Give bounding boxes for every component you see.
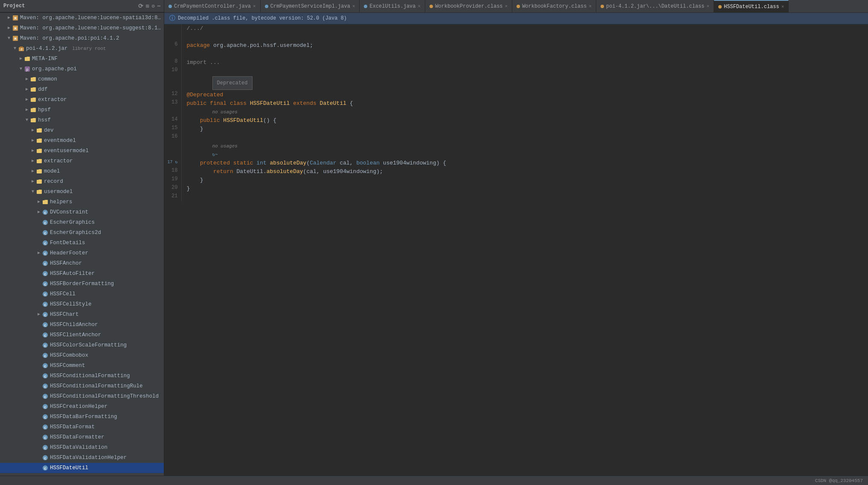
tree-item-hssfcreationhelper[interactable]: CHSSFCreationHelper [0,401,164,412]
tree-item-hssfclientanchor[interactable]: CHSSFClientAnchor [0,330,164,340]
tree-arrow-extractor[interactable]: ▶ [24,95,30,104]
tree-item-hssfcolorscaleformatting[interactable]: CHSSFColorScaleFormatting [0,340,164,350]
tree-item-fontdetails[interactable]: CFontDetails [0,238,164,248]
tree-item-eventmodel[interactable]: ▶eventmodel [0,136,164,146]
tree-arrow-lucene-suggest[interactable]: ▶ [6,24,12,32]
tree-item-hssfdatavalidation[interactable]: CHSSFDataValidation [0,442,164,453]
tree-item-eschergraphics[interactable]: CEscherGraphics [0,217,164,228]
tree-item-hssfdataformat[interactable]: CHSSFDataFormat [0,422,164,432]
tab-poi-date-util[interactable]: poi-4.1.2.jar\...\DateUtil.class× [596,0,714,12]
tree-icon-dev [36,127,43,134]
tree-arrow-lucene-spatial[interactable]: ▶ [6,14,12,22]
tree-item-hssfdateutil[interactable]: CHSSFDateUtil [0,463,164,473]
tree-item-hssfconditionalformattingthreshold[interactable]: CHSSFConditionalFormattingThreshold [0,391,164,401]
tree-item-lucene-suggest[interactable]: ▶MMaven: org.apache.lucene:lucene-sugges… [0,23,164,33]
code-row: 14 public HSSFDateUtil() { [164,116,868,125]
tree-label-model: model [44,167,164,176]
tree-item-hssfborderformatting[interactable]: CHSSFBorderFormatting [0,279,164,289]
tree-item-extractor2[interactable]: ▶extractor [0,156,164,166]
tree-item-hssfconditionalformatting[interactable]: CHSSFConditionalFormatting [0,371,164,381]
code-editor[interactable]: /.../6package org.apache.poi.hssf.usermo… [164,24,868,476]
tree-item-poi-jar[interactable]: ▼Jpoi-4.1.2.jar library root [0,43,164,54]
code-line-content: package org.apache.poi.hssf.usermodel; [181,41,868,50]
tree-item-org-apache-poi[interactable]: ▼porg.apache.poi [0,64,164,74]
tab-excel-utils[interactable]: ExcelUtils.java× [360,0,425,12]
tree-arrow-org-apache-poi[interactable]: ▼ [18,65,24,73]
tree-item-hssfdatabarformatting[interactable]: CHSSFDataBarFormatting [0,412,164,422]
tree-arrow-headerfooter[interactable]: ▶ [36,249,42,257]
tree-arrow-helpers[interactable]: ▶ [36,198,42,206]
svg-text:C: C [44,436,46,440]
tree-item-dvconstraint[interactable]: ▶CDVConstraint [0,207,164,217]
code-line-content: no usages [181,108,868,116]
tree-arrow-poi-group[interactable]: ▼ [6,34,12,43]
tree-item-hpsf[interactable]: ▶hpsf [0,105,164,115]
tree-arrow-dvconstraint[interactable]: ▶ [36,208,42,217]
tree-item-hssfcellstyle[interactable]: CHSSFCellStyle [0,299,164,309]
expand-icon[interactable]: ⊞ [146,3,149,9]
tree-item-hssfcombobox[interactable]: CHSSFCombobox [0,350,164,361]
tree-item-common[interactable]: ▶common [0,74,164,84]
tab-workbook-provider[interactable]: WorkbookProvider.class× [425,0,512,12]
tree-item-dev[interactable]: ▶dev [0,125,164,136]
svg-text:C: C [44,385,46,389]
tree-arrow-ddf[interactable]: ▶ [24,85,30,94]
tree-item-headerfooter[interactable]: ▶CHeaderFooter [0,248,164,258]
tab-close-hssf-date-util[interactable]: × [781,4,784,9]
tree-item-hssfcomment[interactable]: CHSSFComment [0,361,164,371]
tree-arrow-hssfchart[interactable]: ▶ [36,310,42,319]
line-number: 8 [164,58,181,67]
tree-item-hssfdatavalidationhelper[interactable]: CHSSFDataValidationHelper [0,453,164,463]
tree-item-hssfanchor[interactable]: CHSSFAnchor [0,258,164,268]
tree-arrow-eventusermodel[interactable]: ▶ [30,147,36,155]
tab-close-crm-payment-controller[interactable]: × [253,4,256,9]
tree-label-common: common [38,75,164,84]
tree-item-ddf[interactable]: ▶ddf [0,84,164,95]
tree-icon-hssfdatabarformatting: C [42,413,49,420]
tree-arrow-hssf[interactable]: ▼ [24,116,30,124]
tree-label-hssfconditionalformatting: HSSFConditionalFormatting [50,372,164,380]
more-icon[interactable]: ⋯ [157,3,160,9]
tree-item-record[interactable]: ▶record [0,176,164,187]
sync-icon[interactable]: ⟳ [138,3,143,10]
tab-close-poi-date-util[interactable]: × [706,4,709,9]
tree-arrow-record[interactable]: ▶ [30,177,36,186]
tree-item-usermodel[interactable]: ▼usermodel [0,187,164,197]
svg-text:M: M [14,37,16,41]
tree-item-model[interactable]: ▶model [0,166,164,176]
tree-arrow-hpsf[interactable]: ▶ [24,106,30,114]
tab-close-crm-payment-service-impl[interactable]: × [352,4,355,9]
tab-close-excel-utils[interactable]: × [418,4,421,9]
tree-item-hssfautofilter[interactable]: CHSSFAutoFilter [0,268,164,279]
tree-item-poi-group[interactable]: ▼MMaven: org.apache.poi:poi:4.1.2 [0,33,164,43]
settings-icon[interactable]: ⚙ [152,3,155,9]
tree-label-dvconstraint: DVConstraint [50,208,164,217]
tree-item-hssfconditionalformattingrule[interactable]: CHSSFConditionalFormattingRule [0,381,164,391]
tree-arrow-model[interactable]: ▶ [30,167,36,176]
tree-item-hssfdataformatter[interactable]: CHSSFDataFormatter [0,432,164,442]
tree-item-hssfchart[interactable]: ▶CHSSFChart [0,309,164,320]
svg-text:C: C [44,354,46,358]
tree-item-lucene-spatial[interactable]: ▶MMaven: org.apache.lucene:lucene-spatia… [0,13,164,23]
tree-item-eschergraphics2d[interactable]: CEscherGraphics2d [0,228,164,238]
tree-arrow-usermodel[interactable]: ▼ [30,188,36,196]
tab-close-workbook-provider[interactable]: × [505,4,508,9]
tree-item-eventusermodel[interactable]: ▶eventusermodel [0,146,164,156]
tab-workbook-factory[interactable]: WorkbookFactory.class× [512,0,596,12]
tree-item-hssfchildanchor[interactable]: CHSSFChildAnchor [0,320,164,330]
tree-arrow-meta-inf[interactable]: ▶ [18,55,24,63]
tree-item-hssf[interactable]: ▼hssf [0,115,164,125]
tree-arrow-dev[interactable]: ▶ [30,126,36,135]
tab-close-workbook-factory[interactable]: × [589,4,592,9]
tab-crm-payment-controller[interactable]: CrmPaymentController.java× [164,0,261,12]
tree-arrow-extractor2[interactable]: ▶ [30,157,36,165]
tab-hssf-date-util[interactable]: HSSFDateUtil.class× [714,0,789,12]
tree-arrow-common[interactable]: ▶ [24,75,30,84]
tree-item-helpers[interactable]: ▶helpers [0,197,164,207]
tree-item-meta-inf[interactable]: ▶META-INF [0,54,164,64]
tree-arrow-eventmodel[interactable]: ▶ [30,136,36,145]
tree-item-extractor[interactable]: ▶extractor [0,95,164,105]
tree-item-hssfcell[interactable]: CHSSFCell [0,289,164,299]
tree-arrow-poi-jar[interactable]: ▼ [12,44,18,53]
tab-crm-payment-service-impl[interactable]: CrmPaymentServiceImpl.java× [261,0,360,12]
